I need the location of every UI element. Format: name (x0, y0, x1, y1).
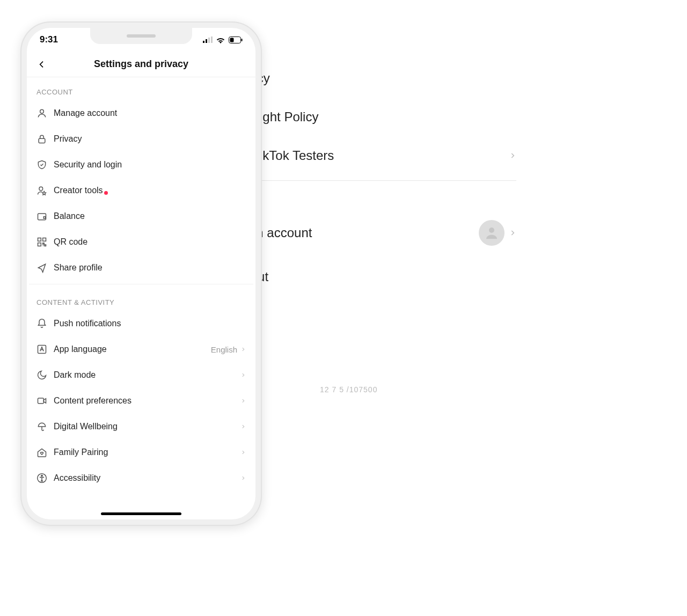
umbrella-icon (36, 421, 54, 432)
svg-point-1 (489, 228, 494, 233)
creator-icon (36, 185, 54, 196)
svg-rect-5 (211, 36, 213, 43)
row-value: English (211, 345, 237, 354)
row-label: Digital Wellbeing (54, 422, 240, 431)
row-accessibility[interactable]: Accessibility (29, 465, 253, 491)
phone-notch (90, 28, 192, 44)
row-creator-tools[interactable]: Creator tools (29, 178, 253, 203)
bell-icon (36, 318, 54, 329)
chevron-right-icon (240, 346, 246, 353)
avatar (479, 220, 505, 246)
row-label: Creator tools (54, 186, 246, 195)
row-security-login[interactable]: Security and login (29, 152, 253, 178)
bg-logout-label: Log out (225, 269, 516, 284)
row-app-language[interactable]: App language English (29, 336, 253, 362)
video-icon (36, 395, 54, 406)
share-icon (36, 262, 54, 273)
row-family-pairing[interactable]: Family Pairing (29, 439, 253, 465)
svg-rect-4 (208, 38, 210, 43)
svg-point-19 (41, 475, 43, 477)
row-label: Content preferences (54, 396, 240, 406)
svg-rect-17 (38, 398, 44, 404)
notification-dot-icon (104, 191, 108, 195)
bg-testers-label: Join TikTok Testers (225, 148, 509, 163)
phone-frame: 9:31 (20, 21, 262, 526)
row-label: Privacy (54, 134, 246, 144)
chevron-right-icon (240, 397, 246, 405)
svg-rect-8 (230, 38, 234, 42)
accessibility-icon (36, 473, 54, 483)
language-icon (36, 344, 54, 355)
chevron-right-icon (240, 449, 246, 456)
section-header-content: CONTENT & ACTIVITY (29, 288, 253, 311)
svg-rect-14 (43, 238, 46, 241)
svg-rect-2 (203, 41, 204, 43)
row-label: Accessibility (54, 473, 240, 483)
svg-rect-10 (39, 138, 45, 143)
svg-point-11 (39, 187, 43, 190)
chevron-right-icon (509, 227, 516, 239)
row-share-profile[interactable]: Share profile (29, 255, 253, 281)
home-indicator[interactable] (101, 512, 181, 515)
row-manage-account[interactable]: Manage account (29, 100, 253, 126)
row-qr-code[interactable]: QR code (29, 229, 253, 255)
moon-icon (36, 370, 54, 380)
wifi-icon (216, 36, 225, 43)
svg-rect-7 (242, 39, 243, 41)
qr-icon (36, 237, 54, 247)
person-icon (36, 108, 54, 119)
row-digital-wellbeing[interactable]: Digital Wellbeing (29, 414, 253, 439)
chevron-right-icon (509, 150, 516, 162)
row-push-notifications[interactable]: Push notifications (29, 311, 253, 336)
row-label: QR code (54, 237, 246, 247)
wallet-icon (36, 211, 54, 222)
chevron-right-icon (240, 474, 246, 482)
lock-icon (36, 134, 54, 144)
shield-icon (36, 159, 54, 170)
row-label: Family Pairing (54, 448, 240, 457)
row-privacy[interactable]: Privacy (29, 126, 253, 152)
row-label: Manage account (54, 108, 246, 118)
chevron-right-icon (240, 371, 246, 379)
back-button[interactable] (34, 57, 49, 72)
row-label: Dark mode (54, 370, 240, 380)
cellular-icon (203, 36, 213, 43)
row-dark-mode[interactable]: Dark mode (29, 362, 253, 388)
section-header-account: ACCOUNT (29, 77, 253, 100)
status-time: 9:31 (40, 34, 58, 45)
row-label: Share profile (54, 263, 246, 273)
page-title: Settings and privacy (27, 58, 255, 70)
bg-policy-label: y Policy (225, 71, 516, 86)
chevron-right-icon (240, 423, 246, 430)
battery-icon (229, 36, 243, 43)
home-heart-icon (36, 447, 54, 458)
svg-point-9 (40, 109, 44, 113)
svg-rect-3 (206, 39, 207, 43)
nav-bar: Settings and privacy (27, 52, 255, 77)
row-balance[interactable]: Balance (29, 203, 253, 229)
row-label: Push notifications (54, 319, 246, 328)
row-label: Security and login (54, 160, 246, 170)
bg-copyright-label: Copyright Policy (225, 109, 516, 124)
row-label: App language (54, 344, 211, 354)
bg-version-text: 12 7 5 /107500 (320, 385, 377, 394)
svg-rect-13 (38, 238, 41, 241)
bg-switch-label: Switch account (225, 225, 479, 240)
row-label: Balance (54, 211, 246, 221)
row-content-preferences[interactable]: Content preferences (29, 388, 253, 414)
svg-rect-15 (38, 243, 41, 246)
